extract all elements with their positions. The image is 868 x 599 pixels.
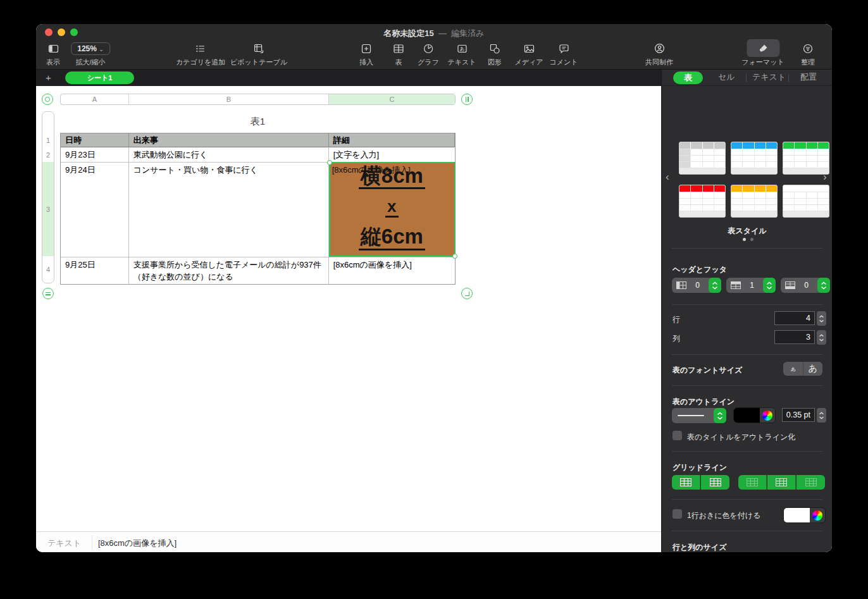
cell-c3[interactable]: [8x6cmの画像を挿入] 横8cm x 縦6cm bbox=[329, 163, 455, 257]
alternating-color-checkbox[interactable] bbox=[673, 509, 682, 519]
row-header-title-space[interactable] bbox=[42, 112, 54, 133]
stepper-buttons[interactable] bbox=[709, 278, 721, 293]
pivot-table-button[interactable]: ピボットテーブル bbox=[230, 41, 287, 67]
columns-stepper[interactable] bbox=[817, 330, 826, 345]
color-picker-icon[interactable] bbox=[810, 508, 825, 522]
category-list-icon bbox=[176, 41, 225, 56]
table-style-red-header[interactable] bbox=[679, 185, 726, 218]
outline-width-field[interactable]: 0.35 pt bbox=[782, 408, 815, 422]
outline-color-swatch[interactable] bbox=[734, 408, 760, 423]
font-larger-button[interactable]: あ bbox=[803, 362, 823, 376]
stepper-buttons[interactable] bbox=[714, 408, 726, 423]
media-icon bbox=[514, 41, 543, 56]
view-button[interactable]: 表示 bbox=[46, 41, 60, 67]
row-header-1[interactable]: 1 bbox=[42, 133, 54, 147]
header-cell-a1[interactable]: 日時 bbox=[61, 133, 129, 147]
outline-title-checkbox-label: 表のタイトルをアウトライン化 bbox=[687, 432, 795, 443]
cell-a3[interactable]: 9月24日 bbox=[61, 163, 129, 257]
cell-b4[interactable]: 支援事業所から受信した電子メールの総計が937件（好きな数の並び）になる bbox=[129, 257, 329, 284]
sidebar-icon bbox=[46, 41, 60, 56]
table-style-plain[interactable] bbox=[783, 185, 829, 218]
zoom-control[interactable]: 125% ⌄ 拡大/縮小 bbox=[71, 41, 110, 67]
divider bbox=[672, 385, 822, 386]
rows-count-field[interactable]: 4 bbox=[774, 311, 815, 325]
table-resize-handle[interactable] bbox=[461, 288, 473, 299]
header-cell-b1[interactable]: 出来事 bbox=[129, 133, 329, 147]
spreadsheet-canvas: A B C 1 2 3 4 表1 日時 出来事 詳細 9月23日 東武動物公園に… bbox=[36, 86, 661, 531]
cell-c4[interactable]: [8x6cmの画像を挿入] bbox=[329, 257, 455, 284]
inspector-tabs: 表 セル テキスト 配置 bbox=[662, 70, 832, 86]
table-button[interactable]: 表 bbox=[393, 41, 404, 67]
row-header-2[interactable]: 2 bbox=[42, 147, 54, 163]
carousel-dot[interactable] bbox=[750, 238, 753, 241]
tab-table[interactable]: 表 bbox=[673, 71, 703, 84]
cell-b3[interactable]: コンサート・買い物・食事に行く bbox=[129, 163, 329, 257]
stepper-buttons[interactable] bbox=[817, 278, 830, 293]
column-header-a[interactable]: A bbox=[61, 94, 129, 104]
rows-stepper[interactable] bbox=[817, 311, 826, 326]
table-style-green-header[interactable] bbox=[783, 142, 829, 175]
add-row-handle[interactable] bbox=[42, 288, 54, 299]
insert-button[interactable]: 挿入 bbox=[359, 41, 373, 67]
color-picker-icon[interactable] bbox=[760, 408, 775, 423]
outline-color-well[interactable] bbox=[733, 407, 776, 423]
comment-icon bbox=[549, 41, 578, 56]
chart-button[interactable]: グラフ bbox=[418, 41, 439, 67]
line-style-preview bbox=[678, 415, 704, 416]
column-header-b[interactable]: B bbox=[129, 94, 329, 104]
outline-width-stepper[interactable] bbox=[817, 408, 826, 423]
comment-button[interactable]: コメント bbox=[549, 41, 578, 67]
header-rows-stepper[interactable]: 1 bbox=[726, 278, 776, 293]
styles-prev-icon[interactable]: ‹ bbox=[666, 171, 669, 183]
gridlines-header-column-button[interactable] bbox=[738, 475, 767, 490]
row-header-3[interactable]: 3 bbox=[42, 162, 54, 256]
image-caption-text: 横8cm x 縦6cm bbox=[329, 163, 455, 257]
text-button[interactable]: あ テキスト bbox=[447, 41, 476, 67]
row-header-4[interactable]: 4 bbox=[42, 256, 54, 283]
table-style-orange-header[interactable] bbox=[731, 185, 778, 218]
add-category-button[interactable]: カテゴリを追加 bbox=[176, 41, 225, 67]
outline-title-checkbox[interactable] bbox=[673, 431, 682, 440]
tab-text[interactable]: テキスト bbox=[752, 71, 786, 83]
gridlines-vertical-button[interactable] bbox=[701, 475, 729, 490]
header-footer-label: ヘッダとフッタ bbox=[673, 264, 727, 275]
cell-c2[interactable]: [文字を入力] bbox=[329, 147, 455, 163]
format-button[interactable]: フォーマット bbox=[741, 41, 784, 67]
tab-cell[interactable]: セル bbox=[718, 71, 735, 83]
row-header-gutter: 1 2 3 4 bbox=[42, 111, 54, 283]
column-header-c[interactable]: C bbox=[329, 94, 455, 104]
columns-count-field[interactable]: 3 bbox=[774, 330, 815, 344]
outline-line-style-dropdown[interactable] bbox=[672, 408, 726, 423]
carousel-dot-active[interactable] bbox=[743, 238, 746, 241]
font-smaller-button[interactable]: ぁ bbox=[783, 362, 803, 376]
table-style-gray-headers[interactable] bbox=[679, 142, 726, 175]
gridlines-horizontal-button[interactable] bbox=[672, 475, 700, 490]
collaborate-button[interactable]: 共同制作 bbox=[645, 41, 673, 67]
header-cell-c1[interactable]: 詳細 bbox=[329, 133, 455, 147]
stepper-buttons[interactable] bbox=[763, 278, 776, 293]
sheet-tab[interactable]: シート1 bbox=[65, 71, 134, 84]
alternating-color-well[interactable] bbox=[783, 507, 826, 523]
table-select-handle[interactable] bbox=[42, 94, 53, 105]
footer-row-icon bbox=[785, 281, 795, 289]
cell-b2[interactable]: 東武動物公園に行く bbox=[129, 147, 329, 163]
gridlines-footer-row-button[interactable] bbox=[797, 475, 825, 490]
table-title[interactable]: 表1 bbox=[60, 116, 456, 128]
organize-button[interactable]: 整理 bbox=[801, 41, 815, 67]
cell-a2[interactable]: 9月23日 bbox=[61, 147, 129, 163]
header-columns-stepper[interactable]: 0 bbox=[672, 278, 721, 293]
table-style-blue-header[interactable] bbox=[731, 142, 778, 175]
table-outline-label: 表のアウトライン bbox=[673, 397, 735, 407]
shapes-button[interactable]: 図形 bbox=[488, 41, 502, 67]
font-size-segmented: ぁ あ bbox=[783, 362, 822, 376]
footer-rows-stepper[interactable]: 0 bbox=[781, 278, 830, 293]
add-sheet-button[interactable]: + bbox=[46, 72, 51, 83]
numbers-window: 名称未設定15 — 編集済み 表示 125% ⌄ 拡大/縮小 カテゴリを追加 ピ… bbox=[36, 24, 832, 552]
cell-a4[interactable]: 9月25日 bbox=[61, 257, 129, 284]
alternating-color-swatch[interactable] bbox=[784, 508, 810, 522]
media-button[interactable]: メディア bbox=[514, 41, 543, 67]
gridlines-header-row-button[interactable] bbox=[767, 475, 796, 490]
divider bbox=[672, 499, 822, 500]
add-column-handle[interactable] bbox=[461, 94, 473, 105]
tab-arrange[interactable]: 配置 bbox=[800, 71, 817, 83]
